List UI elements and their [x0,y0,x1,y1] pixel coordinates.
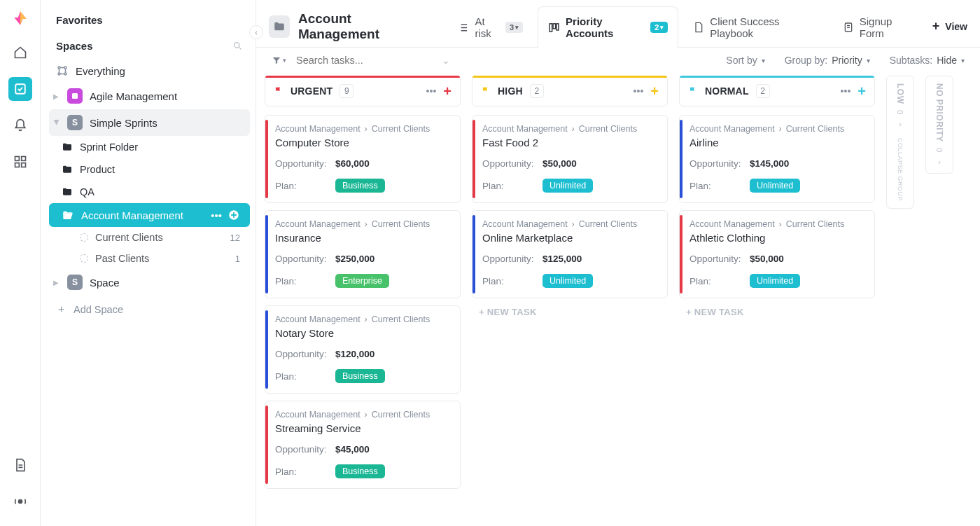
collapsed-lane-no-priority[interactable]: NO PRIORITY 0 › [925,76,953,174]
plan-tag: Unlimited [750,179,800,193]
lane-header[interactable]: URGENT 9 ••• + [265,76,461,106]
svg-point-7 [58,67,60,69]
folder-label: Account Management [81,209,183,221]
home-icon[interactable] [8,41,32,64]
add-task-icon[interactable]: + [443,84,451,98]
plus-icon: + [932,19,940,34]
tab-priority-accounts[interactable]: Priority Accounts 2▾ [538,6,678,48]
list-label: Past Clients [95,253,149,264]
filter-icon[interactable]: ▾ [272,55,286,65]
tab-badge: 3▾ [505,22,523,33]
opportunity-label: Opportunity: [482,254,542,264]
list-current-clients[interactable]: Current Clients 12 [49,227,250,248]
plan-label: Plan: [275,371,335,382]
tab-client-playbook[interactable]: Client Success Playbook [682,6,827,48]
add-space-button[interactable]: ＋ Add Space [49,296,250,323]
board: URGENT 9 ••• + Account Management›Curren… [256,73,980,526]
more-icon[interactable]: ••• [841,85,851,97]
folder-sprint[interactable]: Sprint Folder [49,136,250,158]
everything-icon [56,64,69,77]
task-card[interactable]: Account Management›Current Clients Onlin… [472,210,668,298]
search-icon[interactable] [232,41,243,51]
lane-title: HIGH [498,85,523,97]
priority-edge [472,215,475,293]
priority-edge [472,120,475,198]
favorites-heading[interactable]: Favorites [49,7,250,33]
sort-by-control[interactable]: Sort by▾ [726,55,764,66]
list-count: 12 [230,233,240,243]
collapse-sidebar-icon[interactable]: ‹ [249,25,263,39]
opportunity-value: $120,000 [335,349,374,359]
space-agile[interactable]: ▶ Agile Management [49,83,250,109]
lane-header[interactable]: NORMAL 2 ••• + [679,76,875,106]
space-generic[interactable]: ▶ S Space [49,269,250,296]
chevron-down-icon[interactable]: ⌄ [442,55,450,66]
task-card[interactable]: Account Management›Current Clients Compu… [265,115,461,203]
svg-point-10 [64,73,66,75]
add-icon[interactable] [227,209,240,221]
collapsed-lane-low[interactable]: LOW 0 › COLLAPSE GROUP [886,76,914,209]
form-icon [843,22,854,33]
card-breadcrumb: Account Management›Current Clients [275,124,450,134]
more-icon[interactable]: ••• [211,209,222,221]
card-title: Online Marketplace [482,232,657,244]
search-input[interactable] [296,55,394,66]
notifications-icon[interactable] [8,113,32,137]
add-task-icon[interactable]: + [858,84,866,98]
sidebar: Favorites Spaces Everything ▶ Agile Mana… [41,0,256,526]
task-card[interactable]: Account Management›Current Clients Fast … [472,115,668,203]
folder-product[interactable]: Product [49,158,250,181]
priority-edge [680,120,682,198]
lane-header[interactable]: HIGH 2 ••• + [472,76,668,106]
space-simple-sprints[interactable]: ▶ S Simple Sprints [49,109,250,136]
plan-label: Plan: [275,466,335,477]
topbar: ‹ Account Management At risk 3▾ Priority… [256,0,980,48]
new-task-button[interactable]: + NEW TASK [472,298,668,326]
folder-qa[interactable]: QA [49,181,250,203]
spaces-heading[interactable]: Spaces [49,33,250,59]
plan-label: Plan: [275,181,335,191]
tasks-icon[interactable] [8,77,32,101]
more-icon[interactable]: ••• [634,85,644,97]
task-card[interactable]: Account Management›Current Clients Strea… [265,401,461,489]
everything-item[interactable]: Everything [49,59,250,83]
plan-label: Plan: [690,276,750,286]
svg-point-5 [18,500,22,504]
more-icon[interactable]: ••• [426,85,437,97]
page-title: Account Management [298,11,428,42]
tab-signup-form[interactable]: Signup Form [832,6,925,48]
svg-rect-13 [550,23,552,31]
group-by-control[interactable]: Group by: Priority▾ [785,55,870,66]
subtasks-control[interactable]: Subtasks: Hide▾ [890,55,965,66]
lane-normal: NORMAL 2 ••• + Account Management›Curren… [679,76,875,326]
app-logo[interactable] [10,8,30,28]
list-past-clients[interactable]: Past Clients 1 [49,248,250,269]
space-label: Simple Sprints [90,117,158,129]
card-title: Athletic Clothing [690,232,864,244]
everything-label: Everything [76,65,125,77]
lane-urgent: URGENT 9 ••• + Account Management›Curren… [265,76,461,489]
filter-bar: ▾ ⌄ Sort by▾ Group by: Priority▾ Subtask… [256,48,980,73]
plan-label: Plan: [690,181,750,191]
space-icon: S [67,115,83,130]
record-icon[interactable] [8,490,32,513]
card-title: Streaming Service [275,422,450,434]
tab-at-risk[interactable]: At risk 3▾ [447,6,533,48]
task-card[interactable]: Account Management›Current Clients Insur… [265,210,461,298]
docs-icon[interactable] [8,453,32,477]
apps-icon[interactable] [8,150,32,174]
add-view-button[interactable]: + View [930,12,970,41]
new-task-button[interactable]: + NEW TASK [679,298,875,326]
task-card[interactable]: Account Management›Current Clients Airli… [679,115,875,203]
card-title: Insurance [275,232,450,244]
list-icon [457,22,469,34]
priority-edge [265,406,268,484]
add-task-icon[interactable]: + [650,84,659,98]
task-card[interactable]: Account Management›Current Clients Notar… [265,305,461,394]
opportunity-value: $250,000 [335,254,374,264]
folder-account-management[interactable]: Account Management ••• [49,203,250,227]
task-card[interactable]: Account Management›Current Clients Athle… [679,210,875,298]
flag-icon [274,86,284,96]
collapsed-count: 0 [935,148,944,152]
opportunity-value: $145,000 [750,158,789,169]
